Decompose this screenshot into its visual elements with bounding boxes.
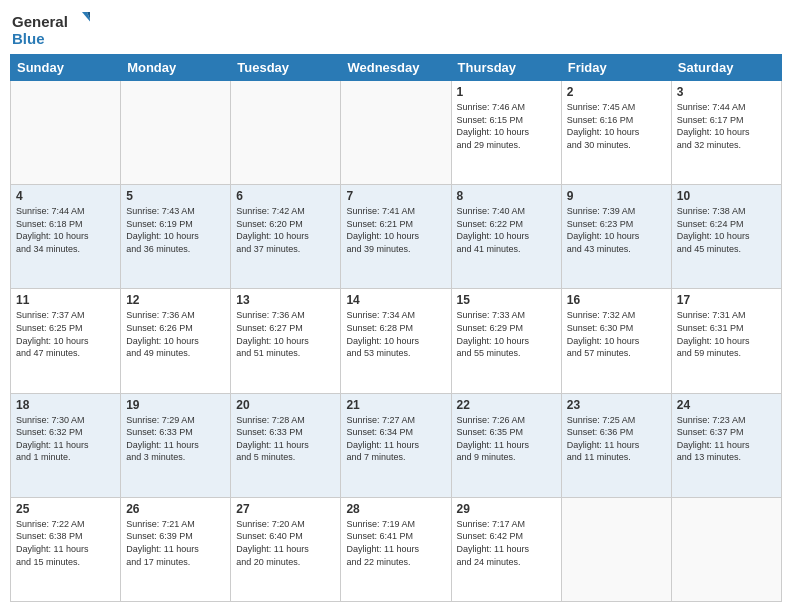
calendar-cell: 19Sunrise: 7:29 AMSunset: 6:33 PMDayligh… <box>121 393 231 497</box>
calendar-cell: 5Sunrise: 7:43 AMSunset: 6:19 PMDaylight… <box>121 185 231 289</box>
day-info: Sunrise: 7:37 AMSunset: 6:25 PMDaylight:… <box>16 309 115 359</box>
day-number: 18 <box>16 398 115 412</box>
day-info: Sunrise: 7:21 AMSunset: 6:39 PMDaylight:… <box>126 518 225 568</box>
day-number: 28 <box>346 502 445 516</box>
day-info: Sunrise: 7:40 AMSunset: 6:22 PMDaylight:… <box>457 205 556 255</box>
day-number: 1 <box>457 85 556 99</box>
col-header-sunday: Sunday <box>11 55 121 81</box>
day-number: 8 <box>457 189 556 203</box>
day-number: 25 <box>16 502 115 516</box>
page-header: General Blue <box>10 10 782 48</box>
day-number: 2 <box>567 85 666 99</box>
day-number: 15 <box>457 293 556 307</box>
day-info: Sunrise: 7:38 AMSunset: 6:24 PMDaylight:… <box>677 205 776 255</box>
calendar-cell: 16Sunrise: 7:32 AMSunset: 6:30 PMDayligh… <box>561 289 671 393</box>
calendar-cell: 12Sunrise: 7:36 AMSunset: 6:26 PMDayligh… <box>121 289 231 393</box>
calendar-header-row: SundayMondayTuesdayWednesdayThursdayFrid… <box>11 55 782 81</box>
day-number: 23 <box>567 398 666 412</box>
day-info: Sunrise: 7:22 AMSunset: 6:38 PMDaylight:… <box>16 518 115 568</box>
calendar-cell: 15Sunrise: 7:33 AMSunset: 6:29 PMDayligh… <box>451 289 561 393</box>
day-info: Sunrise: 7:42 AMSunset: 6:20 PMDaylight:… <box>236 205 335 255</box>
day-info: Sunrise: 7:39 AMSunset: 6:23 PMDaylight:… <box>567 205 666 255</box>
calendar-cell <box>121 81 231 185</box>
day-info: Sunrise: 7:31 AMSunset: 6:31 PMDaylight:… <box>677 309 776 359</box>
col-header-wednesday: Wednesday <box>341 55 451 81</box>
day-info: Sunrise: 7:29 AMSunset: 6:33 PMDaylight:… <box>126 414 225 464</box>
day-info: Sunrise: 7:43 AMSunset: 6:19 PMDaylight:… <box>126 205 225 255</box>
calendar-cell: 2Sunrise: 7:45 AMSunset: 6:16 PMDaylight… <box>561 81 671 185</box>
day-number: 21 <box>346 398 445 412</box>
calendar-cell: 20Sunrise: 7:28 AMSunset: 6:33 PMDayligh… <box>231 393 341 497</box>
calendar-row-2: 11Sunrise: 7:37 AMSunset: 6:25 PMDayligh… <box>11 289 782 393</box>
col-header-monday: Monday <box>121 55 231 81</box>
day-number: 10 <box>677 189 776 203</box>
day-number: 7 <box>346 189 445 203</box>
day-number: 26 <box>126 502 225 516</box>
col-header-thursday: Thursday <box>451 55 561 81</box>
calendar-cell: 27Sunrise: 7:20 AMSunset: 6:40 PMDayligh… <box>231 497 341 601</box>
day-number: 3 <box>677 85 776 99</box>
day-number: 9 <box>567 189 666 203</box>
calendar-cell: 23Sunrise: 7:25 AMSunset: 6:36 PMDayligh… <box>561 393 671 497</box>
calendar-table: SundayMondayTuesdayWednesdayThursdayFrid… <box>10 54 782 602</box>
day-number: 13 <box>236 293 335 307</box>
col-header-saturday: Saturday <box>671 55 781 81</box>
calendar-cell: 7Sunrise: 7:41 AMSunset: 6:21 PMDaylight… <box>341 185 451 289</box>
day-info: Sunrise: 7:36 AMSunset: 6:26 PMDaylight:… <box>126 309 225 359</box>
calendar-cell: 6Sunrise: 7:42 AMSunset: 6:20 PMDaylight… <box>231 185 341 289</box>
svg-text:Blue: Blue <box>12 30 45 47</box>
day-info: Sunrise: 7:36 AMSunset: 6:27 PMDaylight:… <box>236 309 335 359</box>
calendar-cell: 28Sunrise: 7:19 AMSunset: 6:41 PMDayligh… <box>341 497 451 601</box>
day-number: 19 <box>126 398 225 412</box>
day-info: Sunrise: 7:25 AMSunset: 6:36 PMDaylight:… <box>567 414 666 464</box>
col-header-tuesday: Tuesday <box>231 55 341 81</box>
calendar-cell: 24Sunrise: 7:23 AMSunset: 6:37 PMDayligh… <box>671 393 781 497</box>
day-info: Sunrise: 7:30 AMSunset: 6:32 PMDaylight:… <box>16 414 115 464</box>
calendar-cell <box>561 497 671 601</box>
calendar-cell: 21Sunrise: 7:27 AMSunset: 6:34 PMDayligh… <box>341 393 451 497</box>
day-number: 16 <box>567 293 666 307</box>
day-number: 29 <box>457 502 556 516</box>
day-info: Sunrise: 7:34 AMSunset: 6:28 PMDaylight:… <box>346 309 445 359</box>
day-number: 27 <box>236 502 335 516</box>
calendar-cell: 10Sunrise: 7:38 AMSunset: 6:24 PMDayligh… <box>671 185 781 289</box>
calendar-cell: 8Sunrise: 7:40 AMSunset: 6:22 PMDaylight… <box>451 185 561 289</box>
day-number: 14 <box>346 293 445 307</box>
calendar-row-4: 25Sunrise: 7:22 AMSunset: 6:38 PMDayligh… <box>11 497 782 601</box>
day-info: Sunrise: 7:19 AMSunset: 6:41 PMDaylight:… <box>346 518 445 568</box>
day-info: Sunrise: 7:32 AMSunset: 6:30 PMDaylight:… <box>567 309 666 359</box>
day-info: Sunrise: 7:28 AMSunset: 6:33 PMDaylight:… <box>236 414 335 464</box>
day-info: Sunrise: 7:20 AMSunset: 6:40 PMDaylight:… <box>236 518 335 568</box>
svg-text:General: General <box>12 13 68 30</box>
day-info: Sunrise: 7:45 AMSunset: 6:16 PMDaylight:… <box>567 101 666 151</box>
day-number: 24 <box>677 398 776 412</box>
day-info: Sunrise: 7:46 AMSunset: 6:15 PMDaylight:… <box>457 101 556 151</box>
day-number: 6 <box>236 189 335 203</box>
day-info: Sunrise: 7:26 AMSunset: 6:35 PMDaylight:… <box>457 414 556 464</box>
calendar-cell: 22Sunrise: 7:26 AMSunset: 6:35 PMDayligh… <box>451 393 561 497</box>
calendar-cell: 4Sunrise: 7:44 AMSunset: 6:18 PMDaylight… <box>11 185 121 289</box>
calendar-cell <box>11 81 121 185</box>
logo-icon: General Blue <box>10 10 90 48</box>
calendar-cell <box>341 81 451 185</box>
calendar-cell: 3Sunrise: 7:44 AMSunset: 6:17 PMDaylight… <box>671 81 781 185</box>
calendar-cell: 25Sunrise: 7:22 AMSunset: 6:38 PMDayligh… <box>11 497 121 601</box>
day-number: 12 <box>126 293 225 307</box>
calendar-cell: 1Sunrise: 7:46 AMSunset: 6:15 PMDaylight… <box>451 81 561 185</box>
calendar-cell: 9Sunrise: 7:39 AMSunset: 6:23 PMDaylight… <box>561 185 671 289</box>
day-info: Sunrise: 7:41 AMSunset: 6:21 PMDaylight:… <box>346 205 445 255</box>
day-info: Sunrise: 7:33 AMSunset: 6:29 PMDaylight:… <box>457 309 556 359</box>
logo: General Blue <box>10 10 90 48</box>
calendar-cell: 18Sunrise: 7:30 AMSunset: 6:32 PMDayligh… <box>11 393 121 497</box>
calendar-row-3: 18Sunrise: 7:30 AMSunset: 6:32 PMDayligh… <box>11 393 782 497</box>
day-number: 4 <box>16 189 115 203</box>
calendar-cell: 17Sunrise: 7:31 AMSunset: 6:31 PMDayligh… <box>671 289 781 393</box>
day-info: Sunrise: 7:17 AMSunset: 6:42 PMDaylight:… <box>457 518 556 568</box>
day-number: 20 <box>236 398 335 412</box>
day-info: Sunrise: 7:44 AMSunset: 6:18 PMDaylight:… <box>16 205 115 255</box>
calendar-cell <box>671 497 781 601</box>
calendar-cell: 14Sunrise: 7:34 AMSunset: 6:28 PMDayligh… <box>341 289 451 393</box>
calendar-row-0: 1Sunrise: 7:46 AMSunset: 6:15 PMDaylight… <box>11 81 782 185</box>
day-number: 17 <box>677 293 776 307</box>
day-info: Sunrise: 7:23 AMSunset: 6:37 PMDaylight:… <box>677 414 776 464</box>
